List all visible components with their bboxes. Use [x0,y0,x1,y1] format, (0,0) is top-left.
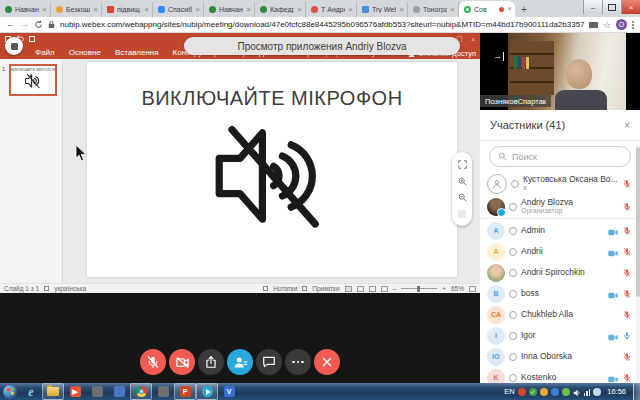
stop-sharing-button[interactable] [5,37,23,55]
share-content-button[interactable] [198,349,224,375]
spellcheck-icon[interactable] [44,286,49,291]
zoom-in-button[interactable]: + [442,285,446,292]
zoom-out-button[interactable]: – [393,285,397,292]
files-sync-icon[interactable] [540,388,548,396]
participant-row[interactable]: Andriy BlozvaОрганизатор [480,195,636,218]
participant-row[interactable]: IIgor [480,325,636,346]
leave-meeting-button[interactable] [314,349,340,375]
taskbar-office-app-2[interactable] [152,383,174,400]
url-text[interactable]: nubip.webex.com/webappng/sites/nubip/mee… [60,20,584,29]
reading-view-icon[interactable] [369,286,376,292]
taskbar-telegram[interactable] [196,383,218,400]
browser-tab[interactable]: підвищ× [102,2,153,17]
browser-tab[interactable]: Кафедр× [255,2,306,17]
slide-thumbnail[interactable]: ВИКЛЮЧАЙТЕ МІКРОФОН [9,64,57,96]
mic-muted-icon[interactable] [623,306,631,324]
comments-button[interactable]: Примітки [312,285,339,292]
tab-close-icon[interactable]: × [399,6,404,14]
more-options-button[interactable] [285,349,311,375]
browser-tab[interactable]: Тоногра× [408,2,459,17]
zoom-out-icon[interactable] [458,193,467,202]
participant-row[interactable]: AAndrii [480,241,636,262]
participant-row[interactable]: IOInna Oborska [480,346,636,367]
participants-scrollbar[interactable] [636,145,640,383]
tab-close-icon[interactable]: × [297,6,302,14]
antivirus-icon[interactable] [518,388,526,396]
mic-on-icon[interactable] [623,327,631,345]
close-button[interactable]: × [621,0,640,14]
mic-muted-icon[interactable] [623,285,631,303]
security-icon[interactable] [562,388,570,396]
volume-icon[interactable] [573,383,581,400]
new-tab-button[interactable]: + [515,2,533,17]
mic-muted-icon[interactable] [623,198,631,216]
grid-view-icon[interactable] [458,210,466,218]
clock[interactable]: 16:56 [607,387,626,396]
taskbar-disk-utility[interactable] [108,383,130,400]
slideshow-view-icon[interactable] [381,286,388,292]
bluetooth-icon[interactable] [551,388,559,396]
browser-tab[interactable]: Т Андре× [306,2,357,17]
action-center-icon[interactable] [593,388,601,396]
forward-icon[interactable]: → [20,20,29,29]
browser-tab[interactable]: Try Web× [357,2,408,17]
reload-icon[interactable] [34,20,43,29]
tab-close-icon[interactable]: × [507,5,512,13]
language-label[interactable]: українська [54,285,86,292]
fullscreen-icon[interactable] [458,160,467,169]
taskbar-mail-app[interactable]: V [218,383,240,400]
camera-icon[interactable] [608,222,618,240]
network-icon[interactable] [584,388,591,396]
slideshow-icon[interactable] [29,36,35,42]
bookmark-star-icon[interactable]: ☆ [603,20,611,30]
tab-close-icon[interactable]: × [195,6,200,14]
ribbon-tab-файл[interactable]: Файл [28,48,62,57]
language-indicator[interactable]: EN [504,387,514,396]
browser-menu-icon[interactable] [632,21,634,29]
participant-row[interactable]: AAdmin [480,220,636,241]
camera-icon[interactable] [608,243,618,261]
tab-close-icon[interactable]: × [348,6,353,14]
zoom-slider[interactable] [401,288,437,289]
taskbar-powerpoint[interactable]: P [174,383,196,400]
chat-button[interactable] [256,349,282,375]
browser-tab[interactable]: Сов× [459,1,515,17]
mic-muted-icon[interactable] [623,264,631,282]
browser-tab[interactable]: Навчан× [0,2,51,17]
participant-row[interactable]: CAChukhleb Alla [480,304,636,325]
active-speaker-video[interactable]: → ПозняковСпартак [480,33,640,110]
camera-off-button[interactable] [169,349,195,375]
profile-avatar[interactable]: O [616,19,627,30]
participant-search-input[interactable]: Поиск [489,146,631,167]
close-panel-icon[interactable]: × [624,120,630,131]
notes-button[interactable]: Нотатки [273,285,297,292]
mic-muted-icon[interactable] [623,175,631,193]
taskbar-office-app[interactable] [86,383,108,400]
mic-muted-icon[interactable] [623,348,631,366]
tab-close-icon[interactable]: × [93,6,98,14]
camera-icon[interactable] [608,285,618,303]
normal-view-icon[interactable] [345,286,352,292]
participant-row[interactable]: KKostenko [480,367,636,383]
zoom-percent[interactable]: 65% [451,285,464,292]
mic-muted-icon[interactable] [623,243,631,261]
tab-close-icon[interactable]: × [144,6,149,14]
show-desktop-button[interactable] [633,383,640,400]
participants-button[interactable] [227,349,253,375]
taskbar-internet-explorer[interactable]: e [20,383,42,400]
fit-slide-icon[interactable] [469,286,476,292]
browser-tab[interactable]: Спасиб× [153,2,204,17]
taskbar-windows-explorer[interactable] [42,383,64,400]
ppt-close-icon[interactable]: × [471,36,475,43]
maximize-button[interactable] [602,0,621,14]
minimize-button[interactable]: – [583,0,602,14]
tab-close-icon[interactable]: × [246,6,251,14]
tab-close-icon[interactable]: × [450,6,455,14]
browser-tab[interactable]: Безкош× [51,2,102,17]
ribbon-tab-основне[interactable]: Основне [62,48,108,57]
browser-tab[interactable]: Навчан× [204,2,255,17]
mic-muted-icon[interactable] [623,222,631,240]
participant-row[interactable]: Bboss [480,283,636,304]
tab-close-icon[interactable]: × [42,6,47,14]
taskbar-media-player[interactable]: ▶ [64,383,86,400]
